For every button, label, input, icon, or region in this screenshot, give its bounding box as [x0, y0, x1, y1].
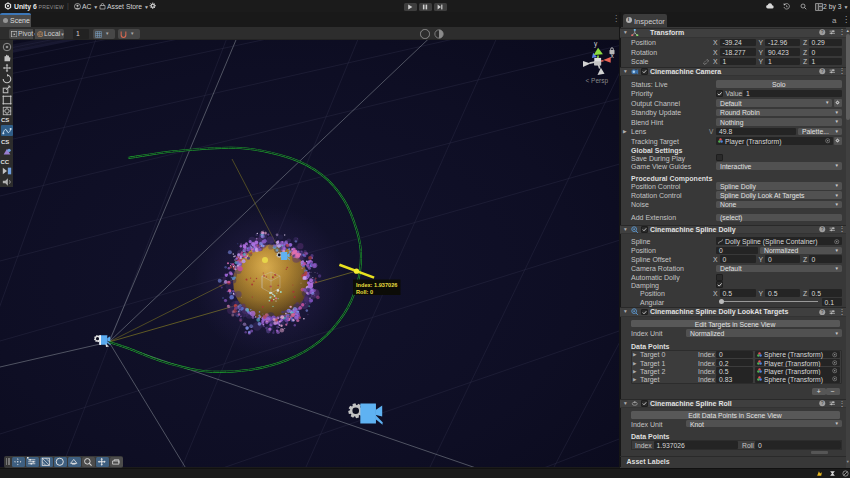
svg-text:?: ?	[821, 227, 824, 232]
svg-text:?: ?	[821, 309, 824, 314]
svg-text:?: ?	[821, 30, 824, 35]
svg-text:Roll: 0: Roll: 0	[356, 289, 373, 295]
svg-text:?: ?	[821, 69, 824, 74]
svg-text:Index: 1.937026: Index: 1.937026	[356, 282, 397, 288]
svg-text:< Persp: < Persp	[586, 77, 609, 85]
svg-text:?: ?	[821, 401, 824, 406]
